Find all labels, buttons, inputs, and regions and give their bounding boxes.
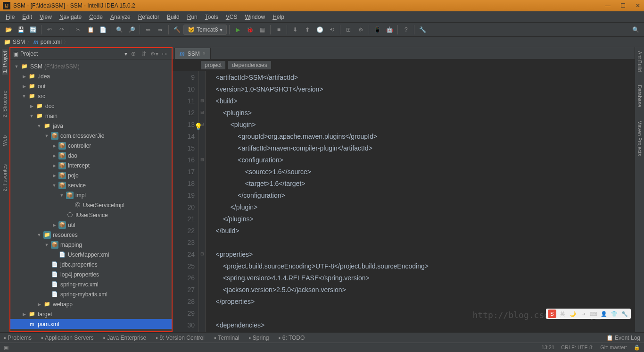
vcs-revert-icon[interactable]: ⟲ — [326, 24, 338, 35]
debug-icon[interactable]: 🐞 — [244, 24, 256, 35]
tree-item-src[interactable]: ▼📁src — [10, 91, 172, 101]
ime-toolbar[interactable]: S 英🌙➜⌨👤👕🔧 — [546, 309, 631, 319]
right-tool-antbuild[interactable]: Ant Build — [637, 49, 643, 74]
left-tool-web[interactable]: Web — [2, 134, 8, 148]
hide-icon[interactable]: ↦ — [160, 50, 169, 58]
tree-item-usermapperxml[interactable]: 📄UserMapper.xml — [10, 250, 172, 260]
find-icon[interactable]: 🔍 — [114, 24, 125, 35]
tree-item-impl[interactable]: ▼📦impl — [10, 190, 172, 200]
maximize-button[interactable]: ☐ — [619, 2, 626, 9]
tree-item-main[interactable]: ▼📁main — [10, 111, 172, 121]
tree-arrow-icon[interactable]: ▶ — [52, 143, 57, 148]
tree-arrow-icon[interactable]: ▶ — [52, 153, 57, 158]
menu-window[interactable]: Window — [241, 13, 269, 21]
android-icon[interactable]: 🤖 — [384, 24, 395, 35]
tree-arrow-icon[interactable]: ▼ — [14, 64, 19, 69]
tree-arrow-icon[interactable]: ▶ — [29, 104, 34, 109]
menu-code[interactable]: Code — [85, 13, 107, 21]
tree-arrow-icon[interactable]: ▶ — [37, 302, 41, 307]
copy-icon[interactable]: 📋 — [85, 24, 96, 35]
tree-item-java[interactable]: ▼📁java — [10, 121, 172, 131]
caret-position[interactable]: 13:21 — [542, 344, 555, 351]
tree-item-webapp[interactable]: ▶📁webapp — [10, 299, 172, 309]
tree-item-util[interactable]: ▶📦util — [10, 220, 172, 230]
xml-crumb-project[interactable]: project — [201, 61, 225, 69]
settings-icon[interactable]: ⚙ — [355, 24, 366, 35]
left-tool-favorites[interactable]: 2: Favorites — [2, 162, 8, 193]
undo-icon[interactable]: ↶ — [44, 24, 55, 35]
tree-item-target[interactable]: ▶📁target — [10, 309, 172, 319]
tree-item-pomxml[interactable]: mpom.xml — [10, 319, 172, 329]
right-tool-mavenprojects[interactable]: Maven Projects — [637, 118, 643, 158]
tree-item-pojo[interactable]: ▶📦pojo — [10, 170, 172, 180]
redo-icon[interactable]: ↷ — [56, 24, 67, 35]
close-button[interactable]: ✕ — [635, 2, 641, 9]
tree-arrow-icon[interactable]: ▼ — [29, 114, 34, 118]
menu-refactor[interactable]: Refactor — [134, 13, 163, 21]
encoding[interactable]: CRLF: UTF-8: — [561, 344, 594, 351]
tree-item-ssm[interactable]: ▼📁SSM (F:\Idea\SSM) — [10, 61, 172, 71]
sync-icon[interactable]: 🔄 — [27, 24, 39, 35]
menu-file[interactable]: File — [2, 13, 18, 21]
cut-icon[interactable]: ✂ — [73, 24, 84, 35]
open-icon[interactable]: 📂 — [3, 24, 14, 35]
menu-view[interactable]: View — [36, 13, 56, 21]
crumb-file[interactable]: m pom.xml — [33, 39, 62, 45]
project-tree[interactable]: ▼📁SSM (F:\Idea\SSM)▶📁.idea▶📁out▼📁src▶📁do… — [10, 59, 172, 331]
stop-icon[interactable]: ■ — [273, 24, 284, 35]
back-icon[interactable]: ⇐ — [142, 24, 154, 35]
tree-item-resources[interactable]: ▼📁resources — [10, 230, 172, 240]
run-icon[interactable]: ▶ — [232, 24, 243, 35]
tree-item-idea[interactable]: ▶📁.idea — [10, 71, 172, 81]
tree-arrow-icon[interactable]: ▼ — [59, 193, 64, 198]
code-editor[interactable]: <artifactId>SSM</artifactId> <version>1.… — [206, 71, 635, 332]
tree-arrow-icon[interactable]: ▶ — [22, 74, 26, 79]
tree-arrow-icon[interactable]: ▶ — [22, 84, 26, 89]
tree-arrow-icon[interactable]: ▼ — [52, 183, 57, 188]
tree-arrow-icon[interactable]: ▶ — [22, 312, 26, 317]
build-icon[interactable]: 🔨 — [171, 24, 182, 35]
tree-item-userserviceimpl[interactable]: ⒸUserServiceImpl — [10, 200, 172, 210]
sdk-icon[interactable]: 📱 — [372, 24, 383, 35]
tree-arrow-icon[interactable]: ▼ — [37, 233, 41, 237]
editor-tab-pom[interactable]: m SSM × — [174, 48, 211, 59]
tree-item-springmvcxml[interactable]: 📄spring-mvc.xml — [10, 279, 172, 289]
bottom-tool-javaenterprise[interactable]: ▪ Java Enterprise — [103, 335, 147, 341]
tree-item-springmybatisxml[interactable]: 📄spring-mybatis.xml — [10, 289, 172, 299]
jrebel-icon[interactable]: 🔧 — [417, 24, 428, 35]
tree-arrow-icon[interactable]: ▶ — [52, 173, 57, 178]
tree-arrow-icon[interactable]: ▼ — [44, 243, 49, 247]
help-icon[interactable]: ? — [400, 24, 412, 35]
vcs-commit-icon[interactable]: ⬆ — [302, 24, 313, 35]
menu-help[interactable]: Help — [269, 13, 288, 21]
menu-tools[interactable]: Tools — [201, 13, 222, 21]
tree-item-log4jproperties[interactable]: 📄log4j.properties — [10, 269, 172, 279]
save-icon[interactable]: 💾 — [15, 24, 26, 35]
left-tool-project[interactable]: 1: Project — [2, 49, 8, 75]
fold-gutter[interactable]: ⊟⊟⊟⊟⊟ — [199, 71, 206, 332]
bottom-tool-6todo[interactable]: ▪ 6: TODO — [278, 335, 305, 341]
tree-arrow-icon[interactable]: ▼ — [44, 134, 49, 138]
tree-item-service[interactable]: ▼📦service — [10, 180, 172, 190]
close-tab-icon[interactable]: × — [203, 51, 206, 56]
bottom-tool-terminal[interactable]: ▪ Terminal — [214, 335, 239, 341]
lock-icon[interactable]: 🔒 — [634, 344, 640, 351]
line-gutter[interactable]: 9101112131415161718192021222324252627282… — [173, 71, 199, 332]
status-icon[interactable]: ▣ — [4, 344, 8, 351]
tree-item-jdbcproperties[interactable]: 📄jdbc.properties — [10, 260, 172, 269]
bottom-tool-problems[interactable]: ▪ Problems — [4, 335, 32, 341]
tree-arrow-icon[interactable]: ▼ — [37, 124, 41, 128]
paste-icon[interactable]: 📄 — [97, 24, 108, 35]
tree-item-out[interactable]: ▶📁out — [10, 81, 172, 91]
project-view-label[interactable]: Project — [20, 50, 123, 57]
right-tool-database[interactable]: Database — [637, 83, 643, 109]
forward-icon[interactable]: ⇒ — [155, 24, 166, 35]
tree-arrow-icon[interactable]: ▶ — [52, 223, 57, 227]
tree-arrow-icon[interactable]: ▼ — [22, 94, 26, 99]
coverage-icon[interactable]: ▦ — [256, 24, 268, 35]
tree-item-dao[interactable]: ▶📦dao — [10, 151, 172, 160]
menu-vcs[interactable]: VCS — [222, 13, 241, 21]
bottom-tool-spring[interactable]: ▪ Spring — [249, 335, 269, 341]
menu-navigate[interactable]: Navigate — [56, 13, 85, 21]
replace-icon[interactable]: 🔎 — [126, 24, 137, 35]
